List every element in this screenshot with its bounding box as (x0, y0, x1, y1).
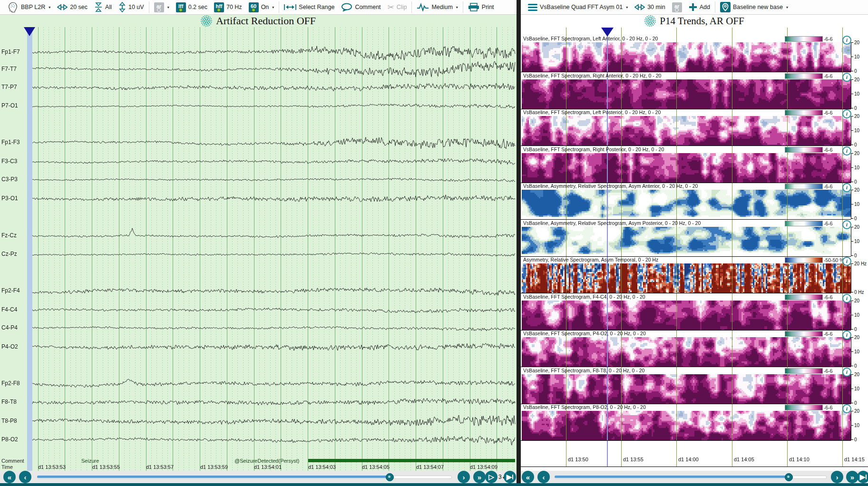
colorbar-range-label: -6-6 (824, 36, 833, 42)
time-scrollbar-filled[interactable] (37, 476, 389, 478)
autoplay-button[interactable]: ▷ (485, 471, 497, 483)
spectrogram-canvas[interactable] (522, 116, 851, 146)
info-icon[interactable]: i (842, 330, 851, 340)
trend-page-forward-button[interactable]: › (831, 471, 843, 483)
toolbar-separator (279, 1, 279, 13)
comment-button-label: Comment (355, 4, 380, 10)
axis-tick (851, 366, 853, 366)
axis-tick (851, 301, 853, 301)
trend-page-first-button[interactable]: « (522, 471, 534, 483)
page-last-button[interactable]: » (473, 471, 486, 483)
axis-tick (851, 403, 853, 403)
toolbar-separator (463, 1, 463, 13)
page-back-button[interactable]: ‹ (19, 471, 31, 483)
eeg-toolbar: BBP L2R▾20 secAll10 uVar▾lff0.2 sechff70… (0, 0, 520, 15)
add-trend-button-label: Add (700, 4, 710, 10)
eeg-waveform-canvas[interactable] (0, 27, 517, 471)
axis-tick (851, 227, 853, 227)
channel-label-fz-cz: Fz-Cz (1, 232, 17, 239)
info-icon[interactable]: i (842, 294, 851, 303)
axis-tick (851, 439, 853, 440)
select-range-button[interactable]: Select Range (281, 0, 338, 14)
page-first-button[interactable]: « (3, 471, 16, 483)
add-trend-button[interactable]: Add (685, 0, 713, 14)
axis-tick-label: 0 (854, 142, 857, 147)
axis-tick (851, 108, 853, 108)
spectrogram-canvas[interactable] (522, 301, 851, 330)
print-button[interactable]: Print (465, 0, 497, 14)
lsaquo-icon: ‹ (543, 473, 545, 481)
axis-tick-label: 20 (854, 335, 859, 340)
spectrogram-canvas[interactable] (522, 411, 851, 440)
time-scrollbar-thumb[interactable] (386, 473, 394, 481)
notch-filter[interactable]: 60On▾ (245, 0, 278, 14)
channel-label-f7-t7: F7-T7 (1, 66, 17, 72)
spectrogram-canvas[interactable] (522, 227, 851, 256)
trend-gridline (732, 28, 732, 467)
spectrogram-canvas[interactable] (522, 374, 851, 404)
chevron-down-icon: ▾ (786, 5, 788, 10)
spectrogram-canvas[interactable] (522, 263, 851, 293)
timebase-selector[interactable]: 20 sec (54, 0, 91, 14)
info-icon[interactable]: i (842, 220, 851, 229)
info-icon[interactable]: i (842, 257, 851, 266)
info-icon[interactable]: i (842, 183, 851, 192)
info-icon[interactable]: i (842, 146, 851, 156)
channel-label-f3-c3: F3-C3 (1, 158, 17, 165)
info-icon[interactable]: i (842, 109, 851, 118)
eeg-cursor-marker[interactable] (24, 27, 35, 36)
sensitivity-selector[interactable]: 10 uV (115, 0, 147, 14)
trend-cursor-marker[interactable] (601, 28, 614, 37)
trends-panel-title-bar: P14 Trends, AR OFF (521, 15, 868, 27)
end-bar-icon (866, 475, 867, 479)
end-icon: ▶ (860, 473, 866, 481)
seizure-detected-comment[interactable]: @SeizureDetected(Persyst) (234, 458, 300, 464)
info-icon[interactable]: i (842, 36, 851, 45)
low-frequency-filter[interactable]: lff0.2 sec (173, 0, 211, 14)
spectrogram-canvas[interactable] (522, 337, 851, 367)
autoplay-speed-value[interactable]: 3▾ (498, 474, 505, 480)
page-forward-button[interactable]: › (458, 471, 470, 483)
spectrogram-canvas[interactable] (522, 42, 851, 72)
baseline-selector[interactable]: Baseline new base▾ (717, 0, 791, 14)
trend-page-back-button[interactable]: ‹ (537, 471, 550, 483)
trend-panel-selector[interactable]: VsBaseline Quad FFT Asym 01▾ (525, 0, 631, 14)
axis-tick-label: 20 (854, 298, 859, 303)
info-icon[interactable]: i (842, 73, 851, 82)
spectrogram-canvas[interactable] (522, 153, 851, 183)
indicator-dot (179, 8, 183, 12)
seizure-detection-bar[interactable] (308, 459, 515, 462)
trend-row-label: Asymmetry, Relative Spectrogram, Asym Te… (523, 257, 658, 262)
artifact-reduction-toggle[interactable]: ar▾ (151, 0, 173, 14)
laquo-icon: « (8, 473, 11, 481)
info-icon[interactable]: i (842, 368, 851, 377)
channel-fit-selector[interactable]: All (91, 0, 115, 14)
high-frequency-filter-label: 70 Hz (226, 4, 242, 10)
spectrogram-canvas[interactable] (522, 190, 851, 219)
trend-scrollbar-thumb[interactable] (785, 473, 793, 481)
trend-timebase-selector[interactable]: 30 min (631, 0, 669, 14)
montage-selector[interactable]: BBP L2R▾ (4, 0, 54, 14)
timebase-arrows-icon (634, 4, 645, 10)
comment-button[interactable]: Comment (338, 0, 384, 14)
trend-row-label: VsBaseline, FFT Spectrogram, Left Anteri… (523, 36, 658, 41)
trend-timestamp: d1 13:55 (623, 457, 644, 462)
spike-detection-selector[interactable]: Medium▾ (413, 0, 461, 14)
colorbar-range-label: -6-6 (824, 147, 833, 153)
go-live-button[interactable]: ▶ (504, 471, 516, 483)
trend-scrollbar-filled[interactable] (555, 476, 788, 478)
axis-tick (851, 315, 853, 315)
seizure-comment[interactable]: Seizure (81, 458, 99, 464)
channel-label-p8-o2: P8-O2 (1, 436, 18, 443)
colorbar-legend (785, 257, 823, 263)
panel-splitter[interactable] (517, 0, 521, 486)
trend-timestamp: d1 14:05 (734, 457, 754, 462)
high-frequency-filter-badge: hff (214, 2, 224, 12)
trend-artifact-reduction-toggle[interactable]: ar (669, 0, 685, 14)
frequency-axis: 20100 (851, 42, 868, 72)
spectrogram-canvas[interactable] (522, 79, 851, 109)
high-frequency-filter[interactable]: hff70 Hz (211, 0, 245, 14)
trend-go-live-button[interactable]: ▶ (857, 471, 868, 483)
info-icon[interactable]: i (842, 404, 851, 413)
trend-cursor-line[interactable] (607, 28, 608, 467)
